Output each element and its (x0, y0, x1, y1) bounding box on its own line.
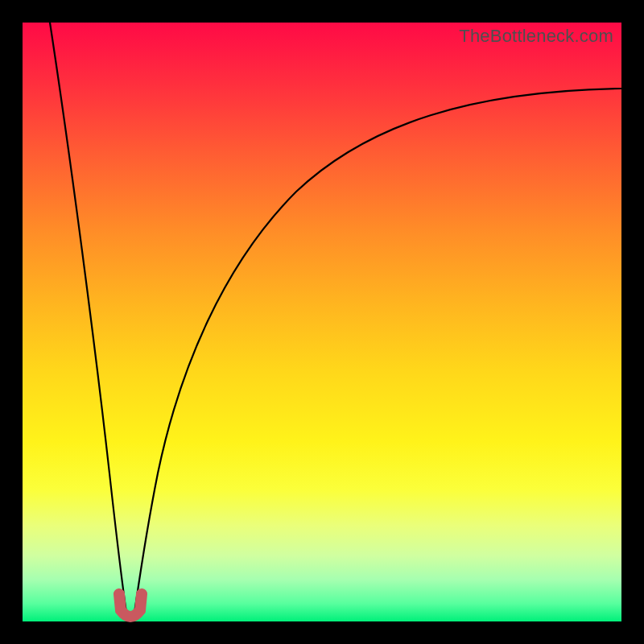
chart-frame: TheBottleneck.com (0, 0, 644, 644)
curve-left-branch (50, 23, 127, 618)
chart-svg (23, 23, 621, 621)
optimal-point-marker (119, 594, 142, 617)
chart-plot-area: TheBottleneck.com (23, 23, 621, 621)
curve-right-branch (134, 89, 621, 618)
